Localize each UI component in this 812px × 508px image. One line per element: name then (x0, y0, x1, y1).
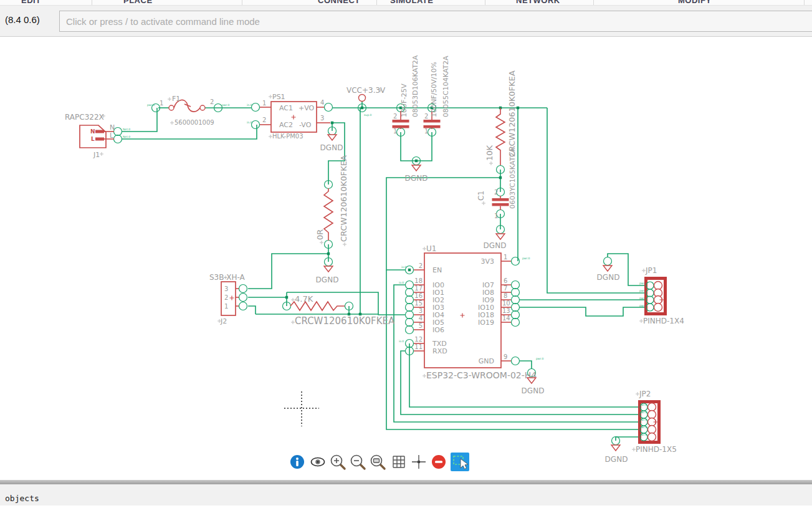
component-cap1[interactable]: 2 1 10UF-25V 08053D106KAT2A (393, 55, 420, 135)
cap2-part: 08055C104KAT2A (442, 55, 450, 117)
r2-value: 0R (315, 229, 325, 240)
u1-pin-rxd: RXD (432, 347, 447, 355)
cap2-pin1: 1 (424, 128, 428, 135)
u1-num-txd: 12 (414, 336, 423, 343)
svg-text:DGND: DGND (522, 386, 545, 395)
dgnd-7: DGND (605, 445, 628, 464)
svg-text:pwr.0: pwr.0 (222, 103, 229, 107)
cursor-crosshair (284, 391, 319, 426)
ps1-value: HLK-PM03 (272, 133, 303, 140)
dgnd-6: DGND (597, 266, 620, 282)
svg-text:DGND: DGND (484, 241, 507, 250)
schematic-svg[interactable]: Net.0 Net.0 pwr.0 pwr.0 in.0 in.0 pwr.0 … (0, 0, 812, 480)
ps1-pin2: 2 (262, 117, 266, 123)
svg-text:pwr.0: pwr.0 (536, 357, 543, 360)
f1-pin2: 2 (210, 98, 214, 105)
dgnd-4: DGND (316, 266, 339, 284)
jp1-value: PINHD-1X4 (643, 317, 684, 325)
component-cap2[interactable]: 2 1 100NF/50V/10% 08055C104KAT2A (424, 55, 451, 135)
jp1-ref: JP1 (645, 266, 657, 275)
u1-pin-en: EN (432, 266, 442, 274)
r1-part: CRCW120610K0FKEA (507, 70, 517, 157)
j1-pin-l-label: L (110, 132, 114, 140)
ps1-ref: PS1 (272, 93, 285, 101)
component-ps1[interactable]: AC1 AC2 +VO -VO 1 2 4 3 PS1 HLK-PM03 (260, 93, 330, 140)
u1-ref: U1 (426, 244, 436, 253)
f1-ref: F1 (172, 95, 180, 103)
j1-value: RAPC322X (65, 113, 104, 122)
component-r3[interactable]: 4.7K CRCW120610K0FKEA (290, 294, 395, 327)
svg-text:io.0: io.0 (399, 340, 404, 343)
info-icon[interactable] (288, 453, 307, 471)
component-jp2[interactable]: JP2 PINHD-1X5 (632, 390, 677, 454)
component-f1[interactable]: 1 2 F1 5600001009 (160, 95, 214, 126)
delete-icon[interactable] (429, 453, 448, 471)
svg-text:pwr.0: pwr.0 (522, 257, 530, 260)
svg-text:DGND: DGND (320, 143, 343, 152)
u1-num-io8: 7 (504, 285, 507, 292)
dgnd-1: DGND (320, 135, 343, 152)
panel-divider[interactable] (0, 480, 812, 484)
r2-part: CRCW120610K0FKEA (339, 155, 348, 242)
vcc-symbol[interactable]: VCC+3.3V (346, 86, 386, 102)
j1-pin-n-red: N (90, 128, 95, 135)
u1-num-io5: 4 (419, 315, 423, 322)
j1-pin-l-red: L (91, 136, 95, 142)
component-jp1[interactable]: JP1 PINHD-1X4 (639, 266, 684, 325)
dgnd-5: DGND (522, 378, 545, 395)
c1-part: 0603YC105KAT2A (509, 148, 517, 209)
svg-text:Net.0: Net.0 (123, 128, 130, 131)
crosshair-icon[interactable] (409, 453, 428, 471)
svg-text:io.0: io.0 (401, 266, 406, 269)
cap2-value: 100NF/50V/10% (430, 62, 438, 117)
u1-num-gnd: 9 (504, 353, 507, 360)
cap1-part: 08053D106KAT2A (411, 55, 419, 117)
j2-pin2: 2 (224, 294, 228, 301)
zoom-in-icon[interactable] (328, 453, 347, 471)
svg-text:sup.0: sup.0 (364, 113, 371, 117)
j2-pin3: 3 (224, 285, 228, 292)
u1-num-io6: 5 (419, 322, 423, 329)
zoom-fit-icon[interactable] (368, 453, 387, 471)
u1-num-io2: 16 (414, 292, 423, 299)
eye-icon[interactable] (308, 453, 327, 471)
svg-text:pwr.0: pwr.0 (147, 103, 155, 107)
svg-text:DGND: DGND (597, 273, 620, 282)
component-j1[interactable]: N L N L RAPC322X J1 (65, 113, 115, 159)
c1-pin1: 1 (494, 213, 498, 219)
j1-pin-n-label: N (110, 123, 115, 132)
u1-num-en: 2 (419, 262, 423, 269)
eda-window: EDIT PLACE CONNECT SIMULATE NETWORK MODI… (0, 0, 812, 508)
u1-num-io3: 15 (414, 300, 423, 307)
dgnd-2: DGND (405, 165, 428, 183)
svg-text:io.0: io.0 (399, 281, 404, 284)
u1-num-io1: 17 (414, 285, 423, 292)
u1-pin-io6: IO6 (432, 326, 444, 334)
component-r2[interactable]: 0R CRCW120610K0FKEA (315, 155, 348, 246)
svg-text:DGND: DGND (405, 174, 428, 183)
c1-ref: C1 (477, 191, 485, 201)
r3-part: CRCW120610K0FKEA (295, 315, 395, 327)
schematic-canvas[interactable]: Net.0 Net.0 pwr.0 pwr.0 in.0 in.0 pwr.0 … (0, 37, 812, 480)
bottom-strip (0, 506, 812, 508)
f1-pin1: 1 (160, 100, 163, 107)
net-wires[interactable] (114, 102, 645, 445)
grid-icon[interactable] (389, 453, 408, 471)
r1-value: 10K (485, 145, 494, 161)
component-c1[interactable]: 2 1 C1 0603YC105KAT2A (477, 148, 517, 219)
u1-num-3v3: 1 (504, 254, 507, 261)
status-text: objects (5, 494, 39, 503)
f1-value: 5600001009 (174, 119, 214, 126)
u1-num-io19: 14 (502, 315, 510, 322)
zoom-out-icon[interactable] (348, 453, 367, 471)
j2-pin1: 1 (224, 303, 228, 310)
cap2-pin2: 2 (424, 113, 428, 120)
u1-num-io18: 13 (502, 307, 510, 314)
cap1-pin2: 2 (393, 113, 397, 120)
u1-num-io10: 10 (502, 300, 510, 307)
svg-text:DGND: DGND (605, 455, 628, 464)
select-icon[interactable] (451, 453, 469, 471)
u1-num-io4: 3 (419, 307, 423, 314)
u1-pin-3v3: 3V3 (480, 257, 494, 266)
jp2-value: PINHD-1X5 (636, 445, 677, 454)
